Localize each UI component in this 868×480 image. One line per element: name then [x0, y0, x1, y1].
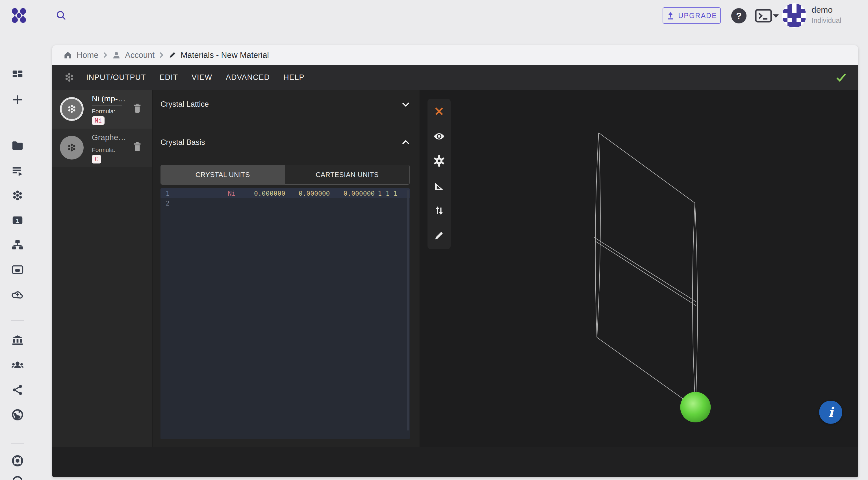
ni-atom[interactable] [680, 392, 711, 422]
entity-card-icon[interactable]: 1 [10, 213, 25, 228]
menu-advanced[interactable]: ADVANCED [226, 73, 270, 82]
delete-material-icon[interactable] [133, 103, 142, 115]
close-icon[interactable] [432, 104, 446, 118]
cloud-upload-icon[interactable] [10, 287, 25, 302]
materials-icon[interactable] [10, 188, 25, 203]
tab-cartesian-units[interactable]: CARTESIAN UNITS [285, 165, 410, 185]
bank-icon[interactable] [10, 333, 25, 348]
breadcrumb-current: Materials - New Material [168, 50, 269, 60]
line-number: 2 [160, 200, 174, 207]
section-crystal-lattice[interactable]: Crystal Lattice [160, 90, 410, 119]
material-thumb [60, 97, 84, 121]
token-y: 0.000000 [299, 190, 330, 197]
material-edit-panel: Crystal Lattice Crystal Basis CRYSTAL UN… [153, 90, 420, 447]
visibility-icon[interactable] [432, 129, 446, 143]
console-menu-button[interactable] [755, 8, 779, 24]
section-crystal-basis[interactable]: Crystal Basis [160, 119, 410, 159]
menu-input-output[interactable]: INPUT/OUTPUT [86, 73, 146, 82]
sidebar-divider [11, 115, 24, 115]
molecule-icon [63, 71, 75, 83]
sidebar-divider [11, 320, 24, 321]
material-item-graphene[interactable]: Graphe… Formula: C [52, 129, 152, 167]
formula-label: Formula: [92, 146, 126, 153]
measure-ruler-icon[interactable] [432, 178, 446, 193]
sidebar: 1 [0, 32, 34, 480]
token-occupancy: 1 1 1 [378, 190, 397, 197]
materials-list: Ni (mp-… Formula: Ni [52, 90, 153, 447]
sidebar-divider [11, 443, 24, 444]
chevron-right-icon [159, 52, 164, 59]
support-ring-icon[interactable] [10, 453, 25, 468]
menu-edit[interactable]: EDIT [160, 73, 178, 82]
app-logo-icon[interactable] [11, 7, 27, 24]
formula-badge: C [92, 155, 101, 164]
token-x: 0.000000 [254, 190, 285, 197]
user-plan: Individual [811, 16, 841, 25]
share-icon[interactable] [10, 383, 25, 397]
material-item-ni[interactable]: Ni (mp-… Formula: Ni [52, 90, 152, 129]
viewer-toolbar [428, 99, 451, 249]
home-icon [63, 50, 73, 60]
help-icon[interactable]: ? [731, 8, 746, 24]
crystal-viewer: i [420, 90, 858, 447]
svg-text:1: 1 [16, 217, 19, 224]
team-icon[interactable] [10, 358, 25, 372]
code-line-1: 1 Ni0.0000000.0000000.0000001 1 1 [160, 188, 410, 198]
workflows-icon[interactable] [10, 238, 25, 252]
user-menu[interactable]: demo Individual [811, 5, 841, 25]
breadcrumb-account[interactable]: Account [112, 50, 155, 60]
divider [92, 144, 122, 145]
formula-badge: Ni [92, 116, 104, 125]
upgrade-label: UPGRADE [678, 11, 717, 20]
create-new-icon[interactable] [10, 92, 25, 107]
sort-arrows-icon[interactable] [432, 203, 446, 218]
edit-pencil-icon[interactable] [432, 228, 446, 243]
editor-scrollbar[interactable] [407, 190, 409, 431]
tab-crystal-units[interactable]: CRYSTAL UNITS [160, 165, 285, 185]
basis-code-editor[interactable]: 1 Ni0.0000000.0000000.0000001 1 1 2 [160, 188, 410, 439]
content-card: Home Account Materials - New Material [52, 45, 858, 477]
projects-folder-icon[interactable] [10, 138, 25, 153]
status-footer [52, 447, 858, 477]
editor-menubar: INPUT/OUTPUT EDIT VIEW ADVANCED HELP [52, 65, 858, 90]
media-frame-icon[interactable] [10, 262, 25, 277]
jobs-icon[interactable] [10, 164, 25, 178]
chevron-down-icon[interactable] [402, 102, 410, 107]
divider [92, 106, 122, 106]
person-icon [112, 50, 121, 60]
crystal-scene[interactable] [420, 90, 858, 447]
breadcrumb-home[interactable]: Home [63, 50, 98, 60]
material-thumb [60, 136, 84, 160]
unit-cell-wireframe [594, 133, 698, 408]
dashboard-icon[interactable] [10, 67, 25, 82]
search-icon[interactable] [54, 8, 69, 23]
main-area: Ni (mp-… Formula: Ni [52, 90, 858, 447]
chevron-right-icon [103, 52, 107, 59]
delete-material-icon[interactable] [133, 141, 142, 153]
settings-gear-icon[interactable] [432, 153, 446, 168]
upload-arrow-icon [666, 11, 675, 20]
units-tabs: CRYSTAL UNITS CARTESIAN UNITS [160, 165, 410, 185]
save-check-icon[interactable] [836, 72, 847, 82]
breadcrumb: Home Account Materials - New Material [52, 45, 858, 65]
token-z: 0.000000 [343, 190, 375, 197]
globe-icon[interactable] [10, 407, 25, 422]
user-name: demo [811, 5, 841, 15]
menu-help[interactable]: HELP [283, 73, 305, 82]
headset-icon[interactable] [10, 473, 25, 480]
caret-down-icon [773, 14, 779, 18]
line-number: 1 [160, 190, 174, 197]
pencil-icon [168, 51, 177, 59]
avatar[interactable] [782, 3, 806, 28]
upgrade-button[interactable]: UPGRADE [662, 7, 721, 24]
menu-view[interactable]: VIEW [192, 73, 212, 82]
page-title: Materials - New Material [181, 50, 269, 60]
material-title: Ni (mp-… [92, 94, 126, 103]
formula-label: Formula: [92, 108, 126, 115]
material-title: Graphe… [92, 133, 126, 142]
top-bar: UPGRADE ? demo Individual [0, 0, 868, 32]
chevron-up-icon[interactable] [402, 140, 410, 145]
info-button[interactable]: i [819, 401, 842, 424]
token-element: Ni [228, 190, 236, 197]
